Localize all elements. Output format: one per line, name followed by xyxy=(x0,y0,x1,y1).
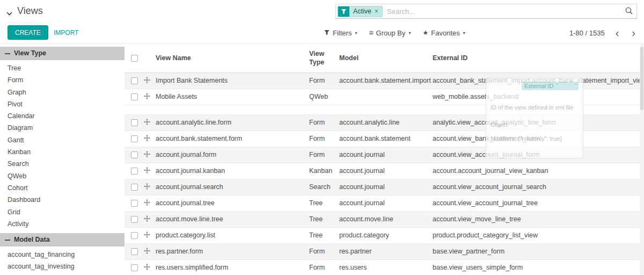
row-checkbox[interactable] xyxy=(131,93,138,100)
external-id-cell: analytic.view_account_analytic_line_form xyxy=(433,119,555,126)
table-row[interactable]: account.bank.statement.form Form account… xyxy=(125,131,640,147)
sidebar-filter-item[interactable]: Calendar xyxy=(0,110,125,122)
drag-handle-icon[interactable] xyxy=(144,248,150,256)
sidebar-filter-item[interactable]: Grid xyxy=(0,206,125,218)
top-bar: Views Active × xyxy=(0,0,644,23)
view-name-cell: product.category.list xyxy=(156,231,215,239)
drag-handle-icon[interactable] xyxy=(144,119,150,127)
view-type-cell: Form xyxy=(309,151,325,158)
view-name-cell: Import Bank Statements xyxy=(156,77,228,84)
groupby-dropdown[interactable]: ≡ Group By ▾ xyxy=(369,28,411,37)
model-cell: account.move.line xyxy=(339,215,393,223)
view-name-cell: res.users.simplified.form xyxy=(156,264,228,271)
column-header-view-name[interactable]: View Name xyxy=(156,44,309,73)
row-checkbox[interactable] xyxy=(131,168,138,175)
row-checkbox[interactable] xyxy=(131,200,138,207)
select-all-checkbox[interactable] xyxy=(131,55,138,62)
sidebar-filter-item[interactable]: Pivot xyxy=(0,98,125,110)
view-type-cell: Tree xyxy=(309,215,323,223)
sidebar-filter-item[interactable]: Cohort xyxy=(0,182,125,194)
sidebar-filter-item[interactable]: Tree xyxy=(0,62,125,74)
table-row[interactable]: account.move.line.tree Tree account.move… xyxy=(125,211,640,227)
drag-handle-icon[interactable] xyxy=(144,135,150,143)
row-checkbox[interactable] xyxy=(131,151,138,158)
column-header-view-type[interactable]: View Type xyxy=(309,44,339,73)
view-name-cell: account.journal.tree xyxy=(156,199,215,207)
sidebar-section-view-type[interactable]: View Type xyxy=(0,47,125,60)
table-row[interactable]: account.journal.tree Tree account.journa… xyxy=(125,195,640,211)
sidebar-section-model-data[interactable]: Model Data xyxy=(0,233,125,247)
row-checkbox[interactable] xyxy=(131,135,138,142)
drag-handle-icon[interactable] xyxy=(144,93,150,101)
facet-label: Active xyxy=(353,8,371,15)
row-checkbox[interactable] xyxy=(131,216,138,223)
drag-handle-icon[interactable] xyxy=(144,77,150,85)
drag-handle-icon[interactable] xyxy=(144,215,150,223)
column-header-model[interactable]: Model xyxy=(339,44,433,73)
table-row[interactable]: account.analytic.line.form Form account.… xyxy=(125,114,640,131)
table-row[interactable]: account.journal.kanban Kanban account.jo… xyxy=(125,163,640,179)
sidebar-filter-item[interactable]: QWeb xyxy=(0,170,125,182)
sidebar-filter-item[interactable]: Form xyxy=(0,74,125,86)
drag-handle-icon[interactable] xyxy=(144,167,150,175)
table-row[interactable] xyxy=(125,105,640,114)
create-button[interactable]: CREATE xyxy=(8,25,48,40)
control-bar: CREATE IMPORT Filters ▾ ≡ Group By ▾ ★ F… xyxy=(0,23,644,43)
vertical-scrollbar[interactable] xyxy=(640,44,644,275)
sidebar-filter-item[interactable]: Graph xyxy=(0,86,125,98)
drag-handle-icon[interactable] xyxy=(144,199,150,207)
scrollbar-thumb[interactable] xyxy=(640,47,643,110)
row-checkbox[interactable] xyxy=(131,264,138,271)
drag-handle-icon[interactable] xyxy=(144,151,150,159)
sidebar-filter-item[interactable]: Dashboard xyxy=(0,194,125,206)
model-data-list: account_tag_financing account_tag_invest… xyxy=(0,247,125,273)
caret-down-icon: ▾ xyxy=(355,31,357,35)
table-row[interactable]: account.journal.form Form account.journa… xyxy=(125,147,640,163)
star-icon: ★ xyxy=(423,29,429,37)
sidebar-filter-item[interactable]: Search xyxy=(0,158,125,170)
sidebar-filter-item[interactable]: Kanban xyxy=(0,146,125,158)
search-input[interactable] xyxy=(387,8,623,16)
model-cell: account.journal xyxy=(339,167,385,175)
pager-next-button[interactable]: › xyxy=(630,27,638,38)
row-checkbox[interactable] xyxy=(131,184,138,191)
content-area: View Type Tree Form Graph Pivot Calendar… xyxy=(0,43,644,275)
view-type-list: Tree Form Graph Pivot Calendar Diagram G… xyxy=(0,60,125,230)
table-row[interactable]: product.category.list Tree product.categ… xyxy=(125,227,640,243)
sidebar-filter-item[interactable]: Activity xyxy=(0,218,125,230)
facet-close-icon[interactable]: × xyxy=(375,8,378,15)
search-facet-active[interactable]: Active × xyxy=(338,6,383,17)
sidebar-filter-item[interactable]: account_tag_financing xyxy=(0,249,125,260)
pager: 1-80 / 1535 ‹ › xyxy=(569,23,638,43)
table-row[interactable]: res.partner.form Form res.partner base.v… xyxy=(125,243,640,259)
sidebar-filter-item[interactable]: account_tag_investing xyxy=(0,260,125,272)
view-type-cell: QWeb xyxy=(309,93,328,100)
drag-handle-icon[interactable] xyxy=(144,183,150,191)
row-checkbox[interactable] xyxy=(131,232,138,239)
external-id-cell: account.view_account_journal_tree xyxy=(433,199,538,207)
sidebar-filter-item[interactable]: Diagram xyxy=(0,122,125,134)
chevron-down-icon[interactable] xyxy=(6,9,12,13)
row-checkbox[interactable] xyxy=(131,248,138,255)
table-row[interactable]: res.users.simplified.form Form res.users… xyxy=(125,259,640,275)
search-icon[interactable] xyxy=(625,6,633,17)
column-header-external-id[interactable]: External ID xyxy=(433,44,640,73)
drag-column-header xyxy=(141,44,156,73)
table-row[interactable]: account.journal.search Search account.jo… xyxy=(125,179,640,195)
import-button[interactable]: IMPORT xyxy=(50,25,82,40)
sidebar-filter-item[interactable]: Gantt xyxy=(0,134,125,146)
view-name-cell: account.bank.statement.form xyxy=(156,135,242,142)
external-id-cell: account.view_move_line_tree xyxy=(433,215,521,223)
model-cell: res.users xyxy=(339,264,367,271)
table-row[interactable]: Mobile Assets QWeb web_mobile.assets_bac… xyxy=(125,89,640,105)
table-row[interactable]: Import Bank Statements Form account.bank… xyxy=(125,73,640,89)
row-checkbox[interactable] xyxy=(131,119,138,126)
drag-handle-icon[interactable] xyxy=(144,264,150,272)
model-cell: account.bank.statement xyxy=(339,135,411,142)
row-checkbox[interactable] xyxy=(131,77,138,84)
drag-handle-icon[interactable] xyxy=(144,231,150,240)
favorites-dropdown[interactable]: ★ Favorites ▾ xyxy=(423,29,465,37)
filters-dropdown[interactable]: Filters ▾ xyxy=(324,29,357,37)
view-name-cell: account.journal.search xyxy=(156,183,223,191)
pager-previous-button[interactable]: ‹ xyxy=(613,27,621,38)
